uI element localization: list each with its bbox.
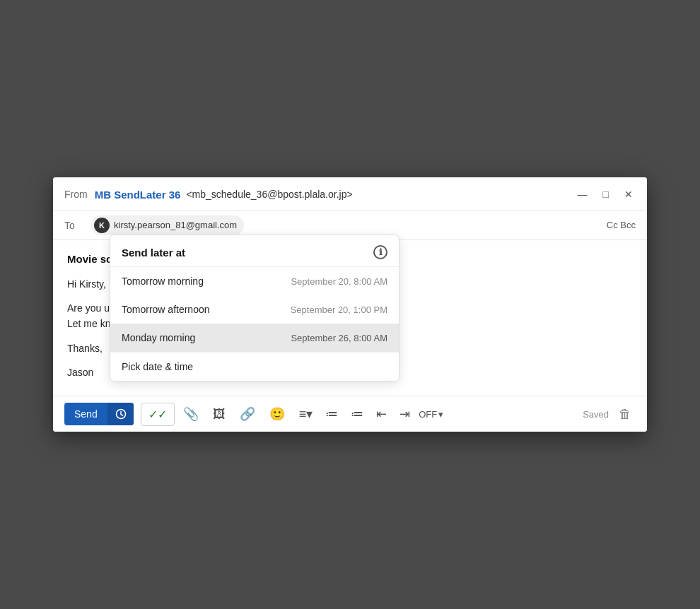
- schedule-option-tomorrow-morning[interactable]: Tomorrow morning September 20, 8:00 AM: [110, 267, 399, 295]
- saved-text: Saved: [583, 409, 609, 420]
- send-button[interactable]: Send: [64, 403, 134, 425]
- trash-icon: 🗑: [619, 407, 631, 421]
- indent-decrease-button[interactable]: ⇤: [371, 402, 392, 426]
- off-label: OFF: [419, 409, 437, 420]
- sender-email: <mb_schedule_36@bpost.plala.or.jp>: [186, 189, 574, 200]
- info-icon[interactable]: ℹ: [373, 245, 387, 259]
- clock-svg: [115, 408, 127, 420]
- compose-window: From MB SendLater 36 <mb_schedule_36@bpo…: [53, 177, 647, 432]
- image-icon: 🖼: [213, 407, 226, 422]
- emoji-button[interactable]: 🙂: [264, 402, 291, 426]
- list-bullet-icon: ≔: [325, 406, 338, 422]
- compose-area: Movie script Hi Kirsty, Are you up to re…: [53, 240, 647, 396]
- dropdown-chevron-icon: ▾: [438, 409, 443, 420]
- recipient-email: kirsty.pearson_81@gmail.com: [114, 220, 237, 230]
- list-number-button[interactable]: ≔: [345, 402, 369, 426]
- panel-header: Send later at ℹ: [110, 235, 399, 267]
- off-badge[interactable]: OFF ▾: [419, 409, 443, 420]
- attach-icon: 📎: [183, 406, 199, 422]
- image-button[interactable]: 🖼: [207, 403, 231, 426]
- to-label: To: [64, 220, 81, 231]
- send-later-panel: Send later at ℹ Tomorrow morning Septemb…: [110, 235, 399, 382]
- indent-increase-button[interactable]: ⇥: [394, 402, 416, 426]
- list-bullet-button[interactable]: ≔: [320, 402, 344, 426]
- schedule-option-tomorrow-afternoon[interactable]: Tomorrow afternoon September 20, 1:00 PM: [110, 295, 399, 324]
- delete-button[interactable]: 🗑: [614, 404, 636, 425]
- recipient-chip[interactable]: K kirsty.pearson_81@gmail.com: [91, 215, 244, 235]
- window-controls: — □ ✕: [575, 187, 636, 201]
- send-clock-icon[interactable]: [107, 403, 134, 425]
- panel-title: Send later at: [122, 247, 185, 259]
- emoji-icon: 🙂: [269, 406, 285, 422]
- sender-name: MB SendLater 36: [95, 189, 181, 201]
- check-icon: ✓✓: [148, 408, 167, 421]
- schedule-option-monday-morning[interactable]: Monday morning September 26, 8:00 AM: [110, 324, 399, 352]
- pick-date-button[interactable]: Pick date & time: [110, 352, 399, 381]
- avatar: K: [94, 218, 110, 233]
- indent-decrease-icon: ⇤: [376, 406, 387, 422]
- align-icon: ≡▾: [299, 406, 313, 422]
- link-icon: 🔗: [240, 406, 255, 422]
- indent-increase-icon: ⇥: [399, 406, 410, 422]
- attach-button[interactable]: 📎: [177, 402, 204, 426]
- cc-bcc-button[interactable]: Cc Bcc: [607, 220, 636, 230]
- align-button[interactable]: ≡▾: [293, 402, 319, 426]
- list-number-icon: ≔: [351, 406, 363, 422]
- title-bar: From MB SendLater 36 <mb_schedule_36@bpo…: [53, 177, 647, 211]
- checkmark-button[interactable]: ✓✓: [141, 403, 175, 426]
- from-label: From: [64, 189, 88, 200]
- align-group: ≡▾ ≔ ≔ ⇤ ⇥: [293, 402, 416, 426]
- toolbar: Send ✓✓ 📎 🖼 🔗 🙂 ≡▾: [53, 396, 647, 432]
- maximize-button[interactable]: □: [600, 187, 612, 201]
- minimize-button[interactable]: —: [575, 187, 590, 201]
- close-button[interactable]: ✕: [622, 187, 636, 201]
- send-label: Send: [64, 403, 107, 425]
- link-button[interactable]: 🔗: [234, 402, 261, 426]
